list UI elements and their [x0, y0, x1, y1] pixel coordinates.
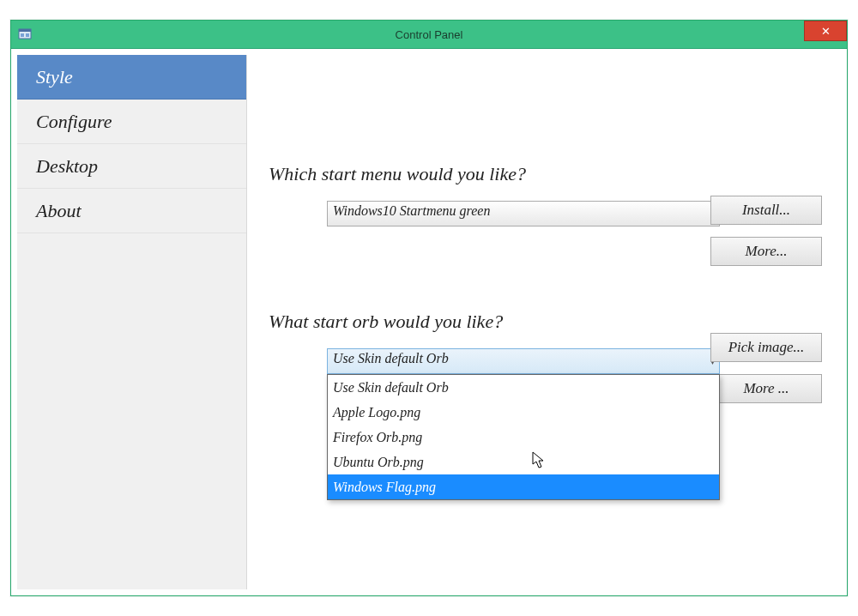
dropdown-item-label: Apple Logo.png: [333, 405, 420, 420]
sidebar-item-label: Configure: [36, 111, 112, 133]
start-menu-buttons: Install... More...: [710, 196, 822, 266]
start-orb-dropdown: Use Skin default Orb Apple Logo.png Fire…: [327, 374, 720, 500]
content-pane: Which start menu would you like? Windows…: [247, 55, 841, 589]
start-orb-title: What start orb would you like?: [269, 311, 832, 333]
start-orb-buttons: Pick image... More ...: [710, 333, 822, 403]
start-menu-title: Which start menu would you like?: [269, 163, 832, 185]
dropdown-item[interactable]: Ubuntu Orb.png: [328, 450, 719, 474]
dropdown-item-label: Use Skin default Orb: [333, 380, 449, 396]
dropdown-item[interactable]: Use Skin default Orb: [328, 375, 719, 400]
sidebar-item-label: Desktop: [36, 155, 98, 178]
dropdown-item[interactable]: Apple Logo.png: [328, 400, 719, 425]
svg-rect-1: [19, 29, 31, 32]
dropdown-item[interactable]: Firefox Orb.png: [328, 425, 719, 450]
titlebar[interactable]: Control Panel ✕: [11, 21, 847, 49]
app-icon: [18, 27, 32, 41]
close-icon: ✕: [821, 25, 831, 38]
sidebar-item-desktop[interactable]: Desktop: [17, 144, 246, 189]
sidebar-item-label: About: [36, 200, 82, 222]
start-menu-combo-value: Windows10 Startmenu green: [333, 203, 490, 218]
svg-rect-3: [26, 33, 29, 37]
svg-rect-2: [21, 33, 24, 37]
sidebar-item-style[interactable]: Style: [17, 55, 246, 100]
dropdown-item-label: Ubuntu Orb.png: [333, 455, 424, 470]
install-button[interactable]: Install...: [710, 196, 822, 225]
start-menu-combo-wrap: Windows10 Startmenu green ▾: [269, 201, 720, 226]
client-area: Style Configure Desktop About Which star…: [17, 55, 841, 589]
start-orb-combo[interactable]: Use Skin default Orb: [327, 348, 720, 374]
section-start-menu: Which start menu would you like? Windows…: [269, 163, 832, 226]
sidebar: Style Configure Desktop About: [17, 55, 247, 589]
section-start-orb: What start orb would you like? Use Skin …: [269, 311, 832, 374]
more-button[interactable]: More ...: [710, 374, 822, 403]
start-orb-combo-value: Use Skin default Orb: [333, 351, 449, 365]
pick-image-button[interactable]: Pick image...: [710, 333, 822, 362]
close-button[interactable]: ✕: [804, 21, 847, 41]
start-orb-combo-wrap: Use Skin default Orb ▾ Use Skin default …: [269, 348, 720, 374]
sidebar-item-configure[interactable]: Configure: [17, 100, 246, 144]
app-window: Control Panel ✕ Style Configure Desktop …: [10, 20, 848, 596]
sidebar-item-about[interactable]: About: [17, 189, 246, 233]
start-menu-combo[interactable]: Windows10 Startmenu green: [327, 201, 720, 226]
window-title: Control Panel: [11, 28, 847, 41]
dropdown-item-highlighted[interactable]: Windows Flag.png: [328, 474, 719, 499]
sidebar-item-label: Style: [36, 66, 73, 88]
dropdown-item-label: Windows Flag.png: [333, 480, 436, 495]
more-button[interactable]: More...: [710, 237, 822, 266]
dropdown-item-label: Firefox Orb.png: [333, 430, 422, 445]
